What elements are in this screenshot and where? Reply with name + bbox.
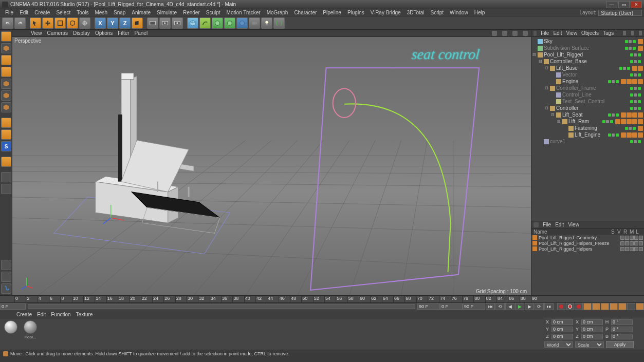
enable-checkbox[interactable] [638, 53, 641, 56]
close-button[interactable]: ✕ [631, 1, 642, 8]
coord-y-size[interactable] [581, 327, 603, 332]
timeline-range-end-field[interactable] [417, 303, 440, 310]
object-tree[interactable]: SkySubdivision Surface⊟Pool_Lift_Rigged⊟… [531, 37, 644, 221]
make-editable-button[interactable] [1, 31, 11, 42]
layer-toggle[interactable] [620, 241, 624, 245]
tree-expand-icon[interactable] [531, 39, 537, 44]
obj-search-icon[interactable] [623, 31, 626, 35]
attr-list[interactable]: Pool_Lift_Rigged_GeometryPool_Lift_Rigge… [531, 235, 644, 295]
point-mode-button[interactable] [1, 79, 11, 89]
tree-row[interactable]: ⊟Lift_Seat [531, 111, 644, 118]
tag-icon[interactable] [638, 46, 643, 51]
visibility-dots[interactable] [625, 127, 632, 130]
tree-label[interactable]: Pool_Lift_Rigged [544, 52, 630, 58]
tree-row[interactable]: ⊟Lift_Base [531, 65, 644, 71]
layer-row[interactable]: Pool_Lift_Rigged_Helpers_Freeze [531, 240, 644, 246]
axis-x-button[interactable]: X [95, 17, 106, 29]
pla-key-button[interactable] [618, 303, 627, 310]
tag-icon[interactable] [627, 132, 632, 138]
menu-pipeline[interactable]: Pipeline [320, 10, 344, 15]
menu-motion-tracker[interactable]: Motion Tracker [224, 10, 264, 15]
tag-icon[interactable] [627, 119, 632, 124]
coord-mode-select[interactable]: World [544, 341, 573, 348]
visibility-dots[interactable] [630, 53, 637, 56]
render-pv-button[interactable] [159, 17, 171, 29]
content-browser-button[interactable] [1, 272, 11, 282]
menu-render[interactable]: Render [180, 10, 203, 15]
coord-scale-select[interactable]: Scale [575, 341, 604, 348]
maximize-button[interactable]: ▭ [618, 1, 630, 8]
edge-mode-button[interactable] [1, 90, 11, 101]
pos-key-button[interactable] [583, 303, 592, 310]
menu-simulate[interactable]: Simulate [154, 10, 180, 15]
mat-menu-edit[interactable]: Edit [37, 312, 46, 317]
enable-checkbox[interactable] [616, 134, 619, 137]
menu-create[interactable]: Create [31, 10, 53, 15]
deformer-button[interactable] [224, 17, 235, 29]
coord-z-size[interactable] [581, 334, 603, 339]
layer-toggle[interactable] [625, 247, 629, 251]
material-thumb[interactable] [2, 320, 20, 335]
select-tool[interactable] [30, 17, 41, 29]
coord-y-pos[interactable] [551, 327, 573, 332]
tree-row[interactable]: Subdivision Surface [531, 45, 644, 51]
autokey-button[interactable] [566, 303, 574, 310]
key-mode-button[interactable] [627, 303, 635, 310]
menu-script[interactable]: Script [428, 10, 447, 15]
viewport-menu-filter[interactable]: Filter [118, 30, 129, 36]
layer-toggle[interactable] [630, 247, 634, 251]
tag-icon[interactable] [638, 79, 643, 84]
tree-expand-icon[interactable]: ⊟ [550, 112, 555, 118]
coord-b-rot[interactable] [611, 334, 633, 339]
menu-animate[interactable]: Animate [128, 10, 154, 15]
minimize-button[interactable]: — [606, 1, 617, 8]
coord-x-size[interactable] [581, 319, 603, 325]
tree-row[interactable]: ⊟Controller [531, 105, 644, 111]
viewport-nav-icon-1[interactable] [492, 31, 497, 36]
tree-row[interactable]: ⊟Pool_Lift_Rigged [531, 51, 644, 58]
menu-sculpt[interactable]: Sculpt [203, 10, 224, 15]
visibility-dots[interactable] [602, 120, 609, 123]
tag-icon[interactable] [627, 79, 632, 84]
light-button[interactable] [261, 17, 272, 29]
tree-expand-icon[interactable]: ⊟ [544, 86, 549, 91]
move-tool[interactable] [42, 17, 53, 29]
layer-toggle[interactable] [639, 236, 643, 240]
attr-menu-edit[interactable]: Edit [555, 222, 564, 227]
planar-workplane-button[interactable] [1, 184, 11, 194]
menu-snap[interactable]: Snap [111, 10, 128, 15]
tree-row[interactable]: Engine [531, 78, 644, 85]
layer-toggle[interactable] [630, 236, 634, 240]
obj-eye-icon[interactable] [639, 31, 642, 35]
tag-icon[interactable] [621, 132, 626, 138]
tag-icon[interactable] [632, 79, 637, 84]
tree-label[interactable]: Lift_Seat [562, 112, 608, 118]
tree-expand-icon[interactable]: ⊟ [544, 106, 549, 111]
coord-system-button[interactable] [132, 17, 143, 29]
attr-grip-icon[interactable] [533, 222, 539, 227]
texture-mode-button[interactable] [1, 55, 11, 65]
tree-row[interactable]: curve1 [531, 138, 644, 145]
tag-icon[interactable] [621, 119, 626, 124]
mat-menu-create[interactable]: Create [16, 312, 32, 317]
locked-workplane-button[interactable] [1, 172, 11, 182]
tree-row[interactable]: ⊟Controller_Frame [531, 85, 644, 91]
enable-checkbox[interactable] [633, 127, 636, 130]
tag-icon[interactable] [632, 112, 637, 118]
tree-label[interactable]: Lift_Base [556, 65, 619, 71]
tag-icon[interactable] [621, 112, 626, 118]
tree-row[interactable]: Sky [531, 38, 644, 45]
tag-icon[interactable] [627, 112, 632, 118]
attr-menu-view[interactable]: View [568, 222, 579, 227]
tree-expand-icon[interactable]: ⊟ [538, 59, 543, 64]
tree-label[interactable]: Controller [556, 105, 630, 111]
timeline-options-button[interactable] [636, 303, 644, 310]
layer-toggle[interactable] [620, 236, 624, 240]
layer-toggle[interactable] [620, 247, 624, 251]
enable-checkbox[interactable] [638, 107, 641, 110]
step-back-button[interactable]: ◀ [505, 303, 514, 310]
enable-checkbox[interactable] [638, 60, 641, 63]
material-list[interactable]: Pool... [0, 318, 543, 350]
visibility-dots[interactable] [630, 60, 637, 63]
scale-tool[interactable] [54, 17, 66, 29]
